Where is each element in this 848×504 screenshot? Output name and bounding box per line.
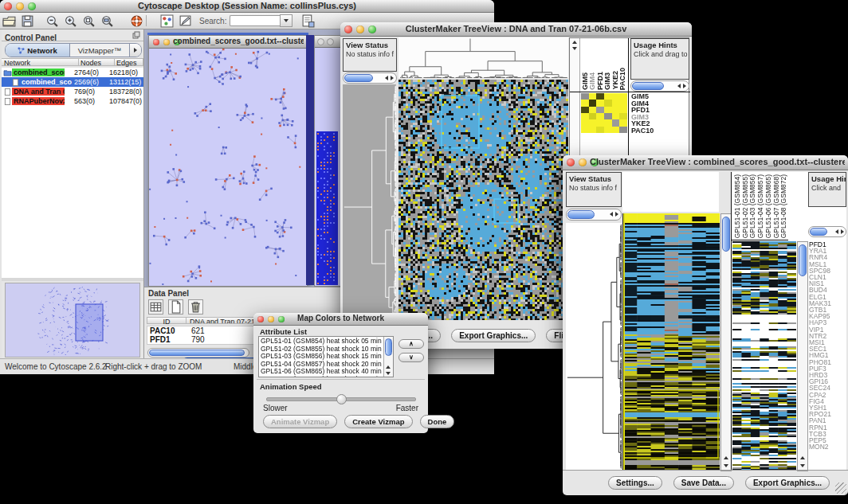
network-row[interactable]: RNAPuberNov2+563(0)107847(0) [2,96,143,106]
network-row[interactable]: DNA and Tran 07769(0)183728(0) [2,87,143,96]
minimize-button[interactable] [163,39,170,45]
search-input[interactable] [230,15,280,26]
zoom-region-icon[interactable] [82,14,96,28]
column-label[interactable]: GIM3 [603,72,611,90]
network-view-canvas[interactable] [149,49,305,285]
column-label[interactable]: GPL51-01 (GSM854) [733,174,741,238]
scroll-left-icon[interactable] [677,84,681,88]
save-data--button[interactable]: Save Data... [673,476,734,490]
open-folder-icon[interactable] [2,14,16,28]
scroll-left-icon[interactable] [385,76,388,80]
scroll-thumb[interactable] [810,228,827,236]
network-view-titlebar[interactable]: combined_scores_good.txt--cluste... [149,36,307,49]
attribute-table-icon[interactable] [148,299,163,315]
new-page-icon[interactable] [168,299,183,315]
zoom-button[interactable] [278,316,285,322]
tree2-heatmap-vscroll[interactable] [720,213,732,471]
tree2-global-vscroll[interactable] [797,241,808,471]
tree2-row-dendrogram[interactable] [566,223,622,470]
column-label[interactable]: GPL51-04 (GSM857) [756,174,764,238]
matrix-cell[interactable] [581,127,589,134]
scroll-right-icon[interactable] [391,76,394,80]
move-down-button[interactable]: ∨ [398,353,424,362]
matrix-cell[interactable] [612,127,620,134]
scroll-thumb[interactable] [385,338,392,356]
zoom-in-icon[interactable] [64,14,77,28]
scroll-thumb[interactable] [149,350,245,356]
export-graphics--button[interactable]: Export Graphics... [451,329,536,342]
scroll-thumb[interactable] [344,74,373,82]
minimize-button[interactable] [16,2,24,10]
resize-grip[interactable] [835,483,846,494]
tree1-similarity-matrix[interactable] [581,93,627,133]
matrix-cell[interactable] [596,127,604,134]
attribute-browser-icon[interactable] [301,14,315,28]
scroll-up-icon[interactable] [800,456,805,459]
close-button[interactable] [153,39,159,45]
done-button[interactable]: Done [420,415,455,428]
scroll-thumb[interactable] [722,217,730,252]
gene-label[interactable]: MON2 [809,443,846,450]
column-label[interactable]: GPL51-03 (GSM856) [748,174,756,238]
col-header-network[interactable]: Network [2,58,79,66]
column-label[interactable]: PAC10 [618,68,626,90]
tree2-global-heatmap[interactable] [732,241,796,470]
scroll-down-icon[interactable] [572,47,577,50]
scroll-up-icon[interactable] [572,41,577,44]
network-overview-panel[interactable] [5,283,140,357]
column-label[interactable]: GPL51-07 (GSM868) [772,174,780,238]
scroll-down-icon[interactable] [386,372,391,375]
column-label[interactable]: GIM4 [588,72,596,90]
attribute-list-item[interactable]: GPL51-07 (GSM868) heat shock 60 min [261,376,383,377]
close-button[interactable] [4,2,12,10]
scroll-left-icon[interactable] [835,229,838,234]
matrix-cell[interactable] [589,127,597,134]
tab-network[interactable]: Network [6,44,70,57]
zoom-out-icon[interactable] [45,14,59,28]
create-vizmap-button[interactable]: Create Vizmap [344,415,412,428]
settings--button[interactable]: Settings... [608,476,662,490]
help-ring-icon[interactable] [130,14,143,28]
attribute-list-vscroll[interactable] [383,337,393,377]
tree1-labels-hscroll[interactable] [630,80,689,92]
matrix-cell[interactable] [604,127,612,134]
scroll-down-icon[interactable] [724,464,728,467]
zoom-fit-icon[interactable] [100,14,114,28]
animation-speed-slider[interactable] [266,397,416,401]
tree1-titlebar[interactable]: ClusterMaker TreeView : DNA and Tran 07-… [340,22,692,37]
minimize-button[interactable] [579,158,587,166]
attribute-listbox[interactable]: GPL51-01 (GSM854) heat shock 05 minGPL51… [258,336,394,377]
column-label[interactable]: GPL51-06 (GSM865) [764,174,772,238]
scroll-thumb[interactable] [632,82,664,90]
move-up-button[interactable]: ∧ [398,339,424,349]
tree2-titlebar[interactable]: ClusterMaker TreeView : combined_scores_… [563,155,848,170]
slider-thumb[interactable] [336,394,347,404]
save-icon[interactable] [21,14,34,28]
minimize-button[interactable] [356,25,364,33]
dialog-titlebar[interactable]: Map Colors to Network [253,313,428,326]
search-dropdown-button[interactable] [280,14,292,27]
scroll-right-icon[interactable] [841,229,844,234]
network-overview-canvas[interactable] [6,283,138,355]
network-row[interactable]: combined_sco2569(6)13112(15) [2,77,143,87]
float-panel-icon[interactable] [132,31,140,39]
tree1-row-dendrogram[interactable] [343,84,396,320]
scroll-up-icon[interactable] [724,456,728,459]
scroll-right-icon[interactable] [683,84,686,88]
export-graphics--button[interactable]: Export Graphics... [745,476,830,490]
scroll-right-icon[interactable] [615,212,618,217]
main-titlebar[interactable]: Cytoscape Desktop (Session Name: collins… [0,0,494,13]
scroll-thumb[interactable] [567,210,595,219]
tree2-genes-hscroll[interactable] [808,226,846,237]
scroll-up-icon[interactable] [386,365,391,369]
column-label[interactable]: GPL51-08 (GSM872) [779,174,787,238]
tab-vizmapper[interactable]: VizMapper™ [70,44,129,57]
data-panel-hscroll[interactable] [147,348,249,357]
background-network-canvas[interactable] [315,48,340,285]
tree2-dendro-hscroll[interactable] [566,209,622,221]
scroll-thumb[interactable] [799,244,807,276]
background-network-window[interactable] [314,35,342,287]
panel-splitter[interactable] [2,278,143,281]
scroll-down-icon[interactable] [800,464,805,467]
gene-label[interactable]: PAC10 [631,127,689,135]
